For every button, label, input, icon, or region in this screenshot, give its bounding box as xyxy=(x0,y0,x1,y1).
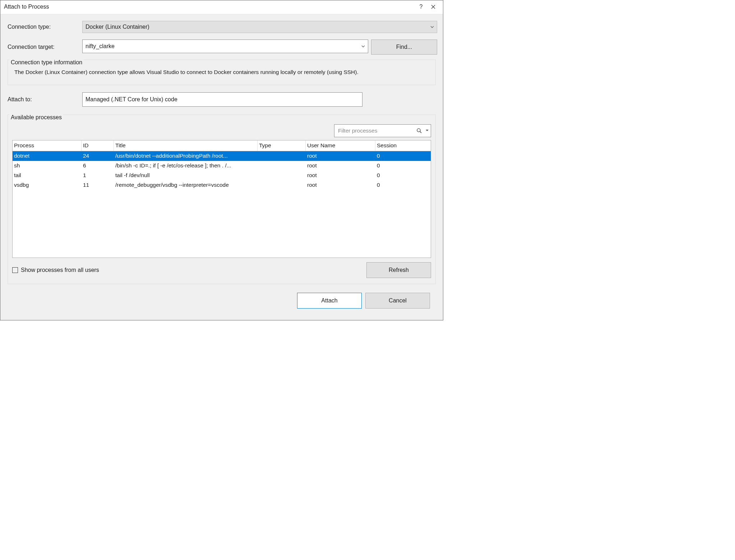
close-button[interactable] xyxy=(427,2,439,12)
attach-to-process-dialog: Attach to Process ? Connection type: Doc… xyxy=(0,0,443,320)
cell-user: root xyxy=(306,172,375,179)
find-button[interactable]: Find... xyxy=(371,40,437,55)
dialog-title: Attach to Process xyxy=(4,4,415,10)
cell-id: 24 xyxy=(82,153,114,159)
search-icon[interactable] xyxy=(416,128,422,134)
show-all-users-checkbox[interactable]: Show processes from all users xyxy=(12,267,99,273)
processes-bottom-bar: Show processes from all users Refresh xyxy=(12,262,431,278)
connection-type-label: Connection type: xyxy=(6,24,82,30)
connection-target-label: Connection target: xyxy=(6,44,82,50)
cell-title: /bin/sh -c ID=.; if [ -e /etc/os-release… xyxy=(114,162,258,169)
cell-process: sh xyxy=(13,162,82,169)
attach-to-textbox[interactable]: Managed (.NET Core for Unix) code xyxy=(82,92,362,107)
connection-type-info-text: The Docker (Linux Container) connection … xyxy=(12,68,431,77)
col-type[interactable]: Type xyxy=(258,140,306,151)
cell-process: vsdbg xyxy=(13,182,82,188)
cell-title: /usr/bin/dotnet --additionalProbingPath … xyxy=(114,153,258,159)
available-processes-title: Available processes xyxy=(9,114,63,121)
attach-button[interactable]: Attach xyxy=(297,293,362,309)
cell-session: 0 xyxy=(375,172,419,179)
close-icon xyxy=(431,5,435,9)
connection-type-info: Connection type information The Docker (… xyxy=(8,60,436,85)
filter-dropdown-icon[interactable] xyxy=(424,130,429,131)
cell-id: 6 xyxy=(82,162,114,169)
connection-target-select[interactable]: nifty_clarke xyxy=(82,40,368,53)
cell-process: tail xyxy=(13,172,82,179)
attach-to-value: Managed (.NET Core for Unix) code xyxy=(85,96,177,103)
cell-id: 11 xyxy=(82,182,114,188)
process-table: Process ID Title Type User Name Session … xyxy=(12,140,431,258)
filter-processes-box[interactable] xyxy=(334,124,431,137)
cell-title: tail -f /dev/null xyxy=(114,172,258,179)
cell-title: /remote_debugger/vsdbg --interpreter=vsc… xyxy=(114,182,258,188)
connection-type-value: Docker (Linux Container) xyxy=(85,24,149,30)
cell-user: root xyxy=(306,182,375,188)
connection-type-row: Connection type: Docker (Linux Container… xyxy=(6,21,437,33)
cell-process: dotnet xyxy=(13,153,82,159)
cell-session: 0 xyxy=(375,182,419,188)
titlebar: Attach to Process ? xyxy=(0,0,443,14)
show-all-users-label: Show processes from all users xyxy=(21,267,99,273)
table-row[interactable]: dotnet24/usr/bin/dotnet --additionalProb… xyxy=(13,151,431,161)
chevron-down-icon xyxy=(361,45,365,47)
cell-id: 1 xyxy=(82,172,114,179)
process-table-header[interactable]: Process ID Title Type User Name Session xyxy=(13,140,431,151)
col-session[interactable]: Session xyxy=(375,140,419,151)
connection-target-value: nifty_clarke xyxy=(85,43,115,50)
col-id[interactable]: ID xyxy=(82,140,114,151)
connection-type-select[interactable]: Docker (Linux Container) xyxy=(82,21,437,33)
available-processes-section: Available processes Process ID Title xyxy=(8,115,436,284)
connection-target-row: Connection target: nifty_clarke Find... xyxy=(6,40,437,55)
chevron-down-icon xyxy=(430,26,434,28)
attach-to-row: Attach to: Managed (.NET Core for Unix) … xyxy=(6,92,437,107)
help-button[interactable]: ? xyxy=(415,2,427,12)
table-row[interactable]: tail1tail -f /dev/nullroot0 xyxy=(13,171,431,180)
col-user[interactable]: User Name xyxy=(306,140,375,151)
table-row[interactable]: vsdbg11/remote_debugger/vsdbg --interpre… xyxy=(13,180,431,190)
dialog-footer: Attach Cancel xyxy=(6,293,437,314)
connection-type-info-title: Connection type information xyxy=(9,59,84,66)
svg-point-0 xyxy=(417,129,420,132)
table-row[interactable]: sh6/bin/sh -c ID=.; if [ -e /etc/os-rele… xyxy=(13,161,431,171)
cell-session: 0 xyxy=(375,162,419,169)
col-process[interactable]: Process xyxy=(13,140,82,151)
dialog-content: Connection type: Docker (Linux Container… xyxy=(0,14,443,320)
col-title[interactable]: Title xyxy=(114,140,258,151)
cell-user: root xyxy=(306,153,375,159)
filter-processes-input[interactable] xyxy=(337,127,414,134)
attach-to-label: Attach to: xyxy=(6,96,82,103)
refresh-button[interactable]: Refresh xyxy=(366,262,431,278)
cell-user: root xyxy=(306,162,375,169)
cell-session: 0 xyxy=(375,153,419,159)
process-table-body[interactable]: dotnet24/usr/bin/dotnet --additionalProb… xyxy=(13,151,431,258)
cancel-button[interactable]: Cancel xyxy=(365,293,430,309)
checkbox-icon xyxy=(12,267,18,273)
